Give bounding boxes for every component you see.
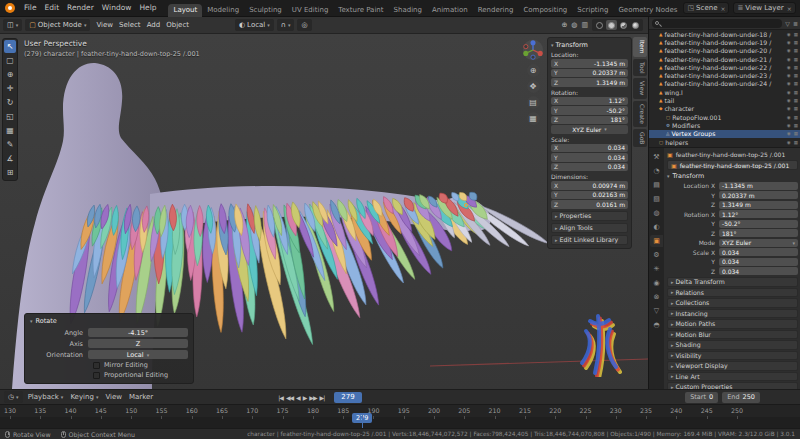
object-name-field[interactable]: ▣ feather-tiny-hand-down-top-25 /.001 [667, 160, 798, 170]
section-viewport-display[interactable]: ▸Viewport Display [667, 361, 798, 371]
timeline-ruler[interactable]: 1301351401451501551601651701751801851901… [0, 404, 800, 428]
panel-section-edit-linked-library[interactable]: ▸Edit Linked Library [551, 235, 628, 245]
location-z-field[interactable]: Z1.3149 m [551, 78, 628, 87]
shading-solid-button[interactable] [606, 20, 617, 30]
menu-window[interactable]: Window [98, 0, 136, 16]
eye-icon[interactable]: ◉ [787, 32, 791, 37]
menu-render[interactable]: Render [63, 0, 98, 16]
proportional-editing-button[interactable]: ◎ [297, 19, 311, 31]
dimensions-z-field[interactable]: Z0.0161 m [551, 200, 628, 209]
properties-tab-physics[interactable]: ◉ [650, 277, 663, 289]
next-keyframe-button[interactable]: ▶▶ [309, 394, 316, 401]
y-field[interactable]: -50.2° [719, 220, 798, 228]
eye-icon[interactable]: ◉ [787, 98, 791, 103]
tool-annotate[interactable]: ✎ [4, 138, 16, 151]
section-custom-properties[interactable]: ▸Custom Properties [667, 382, 798, 389]
section-visibility[interactable]: ▸Visibility [667, 351, 798, 361]
eye-icon[interactable]: ◉ [787, 57, 791, 62]
outliner-row-feather-tiny-hand-down-under-24[interactable]: ▲feather-tiny-hand-down-under-24 /◉▦ [649, 80, 800, 88]
eye-icon[interactable]: ◉ [787, 73, 791, 78]
eye-icon[interactable]: ◉ [787, 81, 791, 86]
properties-tab-render[interactable]: ◔ [650, 165, 663, 177]
transform-panel-header[interactable]: ▾ Transform [551, 41, 628, 49]
y-field[interactable]: 0.034 [719, 258, 798, 266]
menu-help[interactable]: Help [135, 0, 160, 16]
axis-field[interactable]: Z [88, 339, 188, 348]
timeline-menu-keying[interactable]: Keying▾ [70, 393, 98, 401]
mode-selector[interactable]: ▢ Object Mode ▾ [25, 19, 90, 31]
tool-measure[interactable]: ∡ [4, 152, 16, 165]
properties-tab-modifiers[interactable]: ⚙ [650, 249, 663, 261]
tool-cursor-3d[interactable]: ⊕ [4, 68, 16, 81]
panel-section-align-tools[interactable]: ▸Align Tools [551, 223, 628, 233]
properties-tab-object[interactable]: ▣ [650, 235, 663, 247]
workspace-tab-sculpting[interactable]: Sculpting [244, 4, 287, 17]
section-relations[interactable]: ▸Relations [667, 288, 798, 298]
eye-icon[interactable]: ◉ [787, 65, 791, 70]
camera-icon[interactable]: ▦ [794, 57, 798, 62]
view-layer-unlink-icon[interactable]: × [786, 5, 792, 12]
perspective-toggle-icon[interactable]: ▦ [527, 112, 540, 125]
properties-tab-particles[interactable]: ✳ [650, 263, 663, 275]
tool-transform[interactable]: ▦ [4, 124, 16, 137]
camera-icon[interactable]: ▦ [794, 90, 798, 95]
tool-move[interactable]: ✛ [4, 82, 16, 95]
camera-icon[interactable]: ▦ [794, 48, 798, 53]
scale-x-field[interactable]: 0.034 [719, 248, 798, 256]
scale-x-field[interactable]: X0.034 [551, 144, 628, 153]
workspace-tab-uv-editing[interactable]: UV Editing [287, 4, 334, 17]
outliner-row-feather-tiny-hand-down-under-21[interactable]: ▲feather-tiny-hand-down-under-21 /◉▦ [649, 55, 800, 63]
rotation-x-field[interactable]: X1.12° [551, 97, 628, 106]
scene-selector[interactable]: ◳ Scene × [683, 2, 729, 14]
zoom-icon[interactable]: ⊕ [527, 64, 540, 77]
rotation-y-field[interactable]: Y-50.2° [551, 106, 628, 115]
eye-icon[interactable]: ◉ [787, 131, 791, 136]
z-field[interactable]: 0.034 [719, 267, 798, 275]
section-line-art[interactable]: ▸Line Art [667, 372, 798, 382]
n-tab-tool[interactable]: Tool [633, 59, 647, 77]
eye-icon[interactable]: ◉ [787, 48, 791, 53]
outliner-row-feather-tiny-hand-down-under-18[interactable]: ▲feather-tiny-hand-down-under-18 /◉▦ [649, 30, 800, 38]
n-tab-item[interactable]: Item [633, 37, 647, 57]
view-layer-selector[interactable]: ≣ View Layer × [733, 2, 795, 14]
outliner-row-vertex-groups[interactable]: ◬Vertex Groups◉▦ [649, 130, 800, 138]
camera-icon[interactable]: ▦ [794, 32, 798, 37]
jump-to-start-button[interactable]: |◀ [278, 394, 283, 401]
section-motion-paths[interactable]: ▸Motion Paths [667, 319, 798, 329]
eye-icon[interactable]: ◉ [787, 40, 791, 45]
properties-tab-scene[interactable]: ◍ [650, 207, 663, 219]
start-frame-field[interactable]: Start 0 [685, 392, 718, 403]
play-button[interactable]: ▶ [303, 394, 307, 401]
outliner-row-modifiers[interactable]: ⚙Modifiers◉▦ [649, 121, 800, 129]
editor-type-button[interactable]: ◫ ▾ [3, 19, 22, 31]
xray-toggle-icon[interactable]: ▥ [581, 21, 588, 29]
outliner-row-helpers[interactable]: ▢helpers◉▦ [649, 138, 800, 146]
outliner-row-feather-tiny-hand-down-under-19[interactable]: ▲feather-tiny-hand-down-under-19 /◉▦ [649, 38, 800, 46]
outliner-row-feather-tiny-hand-down-under-23[interactable]: ▲feather-tiny-hand-down-under-23 /◉▦ [649, 71, 800, 79]
outliner-search-input[interactable] [652, 19, 782, 28]
properties-tab-output[interactable]: ▤ [650, 179, 663, 191]
properties-tab-world[interactable]: ◐ [650, 221, 663, 233]
dimensions-x-field[interactable]: X0.00974 m [551, 181, 628, 190]
tool-select-box[interactable]: ▢ [4, 54, 16, 67]
viewport-menu-add[interactable]: Add [144, 21, 164, 29]
section-motion-blur[interactable]: ▸Motion Blur [667, 330, 798, 340]
location-x-field[interactable]: -1.1345 m [719, 182, 798, 190]
outliner-options-icon[interactable]: ≣ [793, 20, 798, 27]
properties-tab-view-layer[interactable]: ▧ [650, 193, 663, 205]
camera-icon[interactable]: ▦ [794, 81, 798, 86]
eye-icon[interactable]: ◉ [787, 90, 791, 95]
menu-edit[interactable]: Edit [41, 0, 64, 16]
camera-view-icon[interactable]: ▤ [527, 96, 540, 109]
show-gizmo-icon[interactable]: ⊕ [561, 21, 567, 29]
menu-file[interactable]: File [20, 0, 41, 16]
outliner-row-tail[interactable]: ▲tail◉▦ [649, 96, 800, 104]
shading-wireframe-button[interactable] [594, 20, 605, 30]
tool-add-cube[interactable]: ⊞ [4, 166, 16, 179]
rotation-x-field[interactable]: 1.12° [719, 210, 798, 218]
navigation-gizmo[interactable] [522, 39, 544, 61]
proportional-editing-checkbox[interactable] [93, 372, 100, 379]
section-instancing[interactable]: ▸Instancing [667, 309, 798, 319]
timeline-menu-marker[interactable]: Marker [129, 393, 153, 401]
eye-icon[interactable]: ◉ [787, 115, 791, 120]
